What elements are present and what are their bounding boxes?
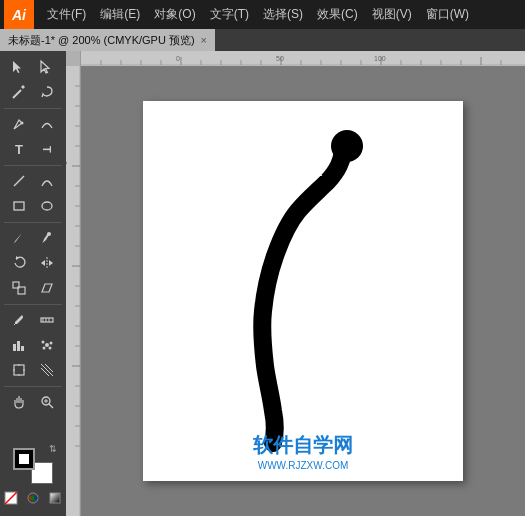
zoom-tool[interactable] bbox=[33, 390, 61, 414]
arc-tool[interactable] bbox=[33, 169, 61, 193]
none-color-button[interactable] bbox=[1, 488, 21, 508]
slice-tool[interactable] bbox=[33, 358, 61, 382]
artwork-svg bbox=[143, 101, 463, 481]
svg-marker-3 bbox=[21, 85, 25, 89]
svg-point-27 bbox=[49, 347, 52, 350]
svg-line-5 bbox=[14, 176, 24, 186]
tool-row-artboard bbox=[2, 358, 64, 382]
tool-row-graph bbox=[2, 333, 64, 357]
tool-row-brush bbox=[2, 226, 64, 250]
magic-wand-tool[interactable] bbox=[5, 80, 33, 104]
tool-row-pen bbox=[2, 112, 64, 136]
color-tools bbox=[1, 488, 65, 508]
menu-object[interactable]: 对象(O) bbox=[147, 2, 202, 27]
menu-type[interactable]: 文字(T) bbox=[203, 2, 256, 27]
rotate-tool[interactable] bbox=[5, 251, 33, 275]
paintbrush-tool[interactable] bbox=[5, 226, 33, 250]
canvas-wrapper: 软件自学网 WWW.RJZXW.COM bbox=[81, 66, 525, 516]
svg-point-23 bbox=[45, 343, 49, 347]
graph-tool[interactable] bbox=[5, 333, 33, 357]
svg-rect-20 bbox=[13, 344, 16, 351]
svg-rect-21 bbox=[17, 341, 20, 351]
svg-rect-40 bbox=[50, 493, 60, 503]
title-bar: Ai 文件(F) 编辑(E) 对象(O) 文字(T) 选择(S) 效果(C) 视… bbox=[0, 0, 525, 29]
canvas-area-row: 0 软件自学网 WWW.RJZXW.COM bbox=[66, 66, 525, 516]
menu-bar: 文件(F) 编辑(E) 对象(O) 文字(T) 选择(S) 效果(C) 视图(V… bbox=[34, 2, 476, 27]
tool-row-line bbox=[2, 169, 64, 193]
canvas-container: 0 50 100 bbox=[66, 51, 525, 516]
tool-row-eyedrop bbox=[2, 308, 64, 332]
type-vertical-tool[interactable]: T bbox=[33, 137, 61, 161]
ruler-top: 0 50 100 bbox=[66, 51, 525, 66]
svg-marker-1 bbox=[41, 61, 49, 73]
svg-text:0: 0 bbox=[66, 161, 68, 165]
menu-file[interactable]: 文件(F) bbox=[40, 2, 93, 27]
left-toolbar: T T bbox=[0, 51, 66, 516]
line-segment-tool[interactable] bbox=[5, 169, 33, 193]
menu-edit[interactable]: 编辑(E) bbox=[93, 2, 147, 27]
svg-line-15 bbox=[14, 323, 16, 325]
swap-arrow-icon[interactable]: ⇅ bbox=[49, 444, 57, 454]
canvas[interactable]: 软件自学网 WWW.RJZXW.COM bbox=[143, 101, 463, 481]
svg-text:100: 100 bbox=[374, 55, 386, 62]
rectangle-tool[interactable] bbox=[5, 194, 33, 218]
svg-marker-9 bbox=[16, 256, 19, 260]
stroke-swatch[interactable] bbox=[13, 448, 35, 470]
active-tab[interactable]: 未标题-1* @ 200% (CMYK/GPU 预览) × bbox=[0, 29, 215, 51]
tool-row-rotate bbox=[2, 251, 64, 275]
svg-rect-6 bbox=[14, 202, 24, 210]
tool-row-rect bbox=[2, 194, 64, 218]
measure-tool[interactable] bbox=[33, 308, 61, 332]
svg-point-8 bbox=[47, 232, 51, 236]
svg-text:0: 0 bbox=[176, 55, 180, 62]
curvature-tool[interactable] bbox=[33, 112, 61, 136]
menu-effect[interactable]: 效果(C) bbox=[310, 2, 365, 27]
svg-rect-28 bbox=[14, 365, 24, 375]
toolbar-separator-2 bbox=[4, 165, 62, 166]
svg-point-4 bbox=[21, 122, 24, 125]
ellipse-tool[interactable] bbox=[33, 194, 61, 218]
menu-view[interactable]: 视图(V) bbox=[365, 2, 419, 27]
lasso-tool[interactable] bbox=[33, 80, 61, 104]
horizontal-ruler: 0 50 100 bbox=[81, 51, 525, 66]
color-swatches: ⇅ bbox=[13, 448, 53, 484]
shear-tool[interactable] bbox=[33, 276, 61, 300]
svg-point-25 bbox=[50, 342, 53, 345]
color-section: ⇅ bbox=[1, 448, 65, 512]
direct-select-tool[interactable] bbox=[33, 55, 61, 79]
gradient-button[interactable] bbox=[45, 488, 65, 508]
pen-tool[interactable] bbox=[5, 112, 33, 136]
tab-label: 未标题-1* @ 200% (CMYK/GPU 预览) bbox=[8, 33, 195, 48]
reflect-tool[interactable] bbox=[33, 251, 61, 275]
tool-row-scale bbox=[2, 276, 64, 300]
svg-marker-11 bbox=[41, 260, 45, 266]
hand-tool[interactable] bbox=[5, 390, 33, 414]
svg-point-24 bbox=[42, 341, 45, 344]
ai-logo: Ai bbox=[4, 0, 34, 29]
tool-row-handszoom bbox=[2, 390, 64, 414]
svg-marker-12 bbox=[49, 260, 53, 266]
menu-select[interactable]: 选择(S) bbox=[256, 2, 310, 27]
tool-row-2 bbox=[2, 80, 64, 104]
svg-line-2 bbox=[13, 90, 21, 98]
scale-tool[interactable] bbox=[5, 276, 33, 300]
tool-row-1 bbox=[2, 55, 64, 79]
toolbar-separator-3 bbox=[4, 222, 62, 223]
stroke-dot bbox=[331, 130, 363, 162]
color-button[interactable] bbox=[23, 488, 43, 508]
select-tool[interactable] bbox=[5, 55, 33, 79]
svg-rect-22 bbox=[21, 346, 24, 351]
eyedropper-tool[interactable] bbox=[5, 308, 33, 332]
toolbar-separator-4 bbox=[4, 304, 62, 305]
tool-row-type: T T bbox=[2, 137, 64, 161]
toolbar-separator-5 bbox=[4, 386, 62, 387]
tab-close-button[interactable]: × bbox=[201, 34, 207, 46]
menu-window[interactable]: 窗口(W) bbox=[419, 2, 476, 27]
svg-point-7 bbox=[42, 202, 52, 210]
artboard-tool[interactable] bbox=[5, 358, 33, 382]
blob-brush-tool[interactable] bbox=[33, 226, 61, 250]
symbol-tool[interactable] bbox=[33, 333, 61, 357]
type-tool[interactable]: T bbox=[5, 137, 33, 161]
svg-marker-0 bbox=[13, 61, 21, 73]
vertical-ruler: 0 bbox=[66, 66, 81, 516]
